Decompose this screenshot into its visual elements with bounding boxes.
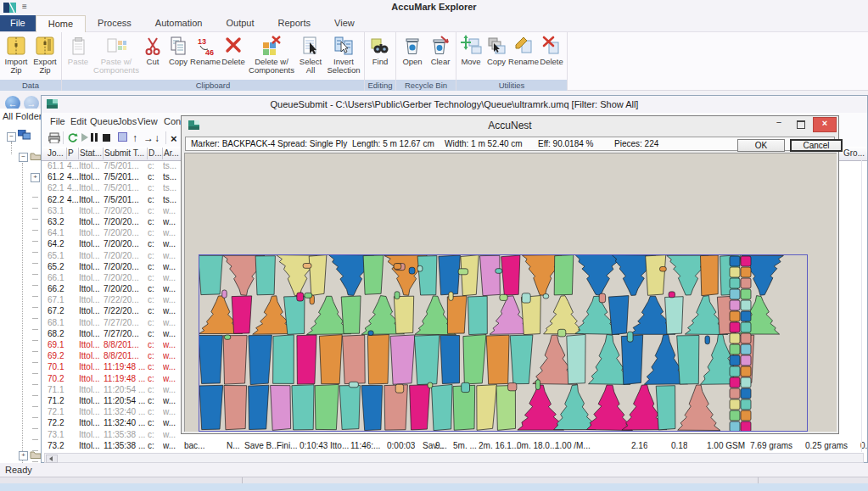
cell-job: 67.2 [48,305,68,316]
find-button[interactable]: Find [367,33,394,80]
cell-submit: 11:20:54 ... [104,384,147,395]
cell-job: 68.1 [48,317,68,328]
invert-selection-button[interactable]: Invert Selection [325,33,362,80]
export-zip-button[interactable]: Export Zip [31,33,59,80]
queue-hscrollbar[interactable] [44,453,864,463]
menu-jobs[interactable]: Jobs [117,116,137,126]
width-info: Width: 1 m 52.40 cm [445,139,523,148]
cut-button[interactable]: Cut [140,33,165,80]
cell-p: 4... [67,171,79,182]
cell-d: c: [148,406,162,417]
find-binoculars-icon [369,34,391,58]
cell-d: c: [148,194,162,205]
menu-queue[interactable]: Queue [90,116,118,126]
util-move-button[interactable]: Move [458,33,484,80]
status-text: Ready [5,465,32,475]
col-job[interactable]: Jo... [45,148,67,159]
util-delete-button[interactable]: Delete [538,33,565,80]
menu-view[interactable]: View [137,116,158,126]
refresh-icon[interactable] [67,132,78,146]
cell-job: 65.2 [48,261,68,272]
status-bar: Ready [0,463,868,477]
accunest-titlebar[interactable]: AccuNest − × [182,116,838,135]
tab-reports[interactable]: Reports [266,15,323,31]
tab-home[interactable]: Home [36,15,86,32]
hscroll-left-arrow[interactable] [46,455,58,463]
move-up-icon[interactable]: ↑ [132,132,137,144]
tree-expand-root[interactable]: − [7,132,16,142]
taskbar-strip [0,483,868,491]
menu-edit[interactable]: Edit [70,116,87,126]
cell-job: 68.2 [48,328,68,339]
table-row[interactable]: 73.2Ittol...11:35:38 ...c:w...bac...N...… [42,440,867,451]
delete-with-components-button[interactable]: Delete w/ Components [247,33,296,80]
cell-job: 71.2 [48,395,68,406]
delete-button[interactable]: Delete [220,33,247,80]
cancel-button[interactable]: Cancel [790,139,843,152]
tab-process[interactable]: Process [86,15,143,31]
nest-canvas-area [184,153,837,432]
print-icon[interactable] [48,132,60,146]
cell-job: 72.2 [48,417,68,428]
summary-cell: 5m. ... [453,440,477,451]
close-button[interactable]: × [813,117,837,132]
cell-ar: w... [163,440,186,451]
util-copy-button[interactable]: Copy [484,33,509,80]
tab-view[interactable]: View [322,15,367,31]
cell-job: 61.1 [48,160,68,171]
col-group[interactable]: Gro... [841,148,868,159]
cell-job: 64.2 [48,238,68,249]
menu-file[interactable]: File [50,116,65,126]
tree-expand-subfolder[interactable]: + [31,173,40,182]
util-rename-button[interactable]: Rename [509,33,538,80]
cell-job: 64.1 [48,227,68,238]
tree-expand-folder[interactable]: − [19,153,28,162]
recycle-clear-button[interactable]: Clear [427,33,454,80]
move-right-icon[interactable]: → [143,132,154,144]
cell-job: 61.2 [48,171,68,182]
queue-window-icon[interactable] [118,132,127,144]
length-info: Length: 5 m 12.67 cm [352,139,434,148]
col-submit-time[interactable]: Submit T... [102,148,148,159]
tab-output[interactable]: Output [214,15,266,31]
folder-icon [30,449,42,459]
maximize-button[interactable] [791,117,811,132]
accunest-title: AccuNest [182,120,838,131]
import-zip-button[interactable]: Import Zip [2,33,31,80]
ribbon-group-data: Import Zip Export Zip Data [0,32,62,90]
run-icon[interactable] [81,132,88,144]
cut-scissors-icon [143,34,163,58]
remove-job-icon[interactable]: × [171,132,177,145]
tab-file[interactable]: File [0,15,36,31]
cell-submit: 7/20/20... [104,283,147,294]
pause-icon[interactable] [91,132,98,144]
ok-button[interactable]: OK [737,139,785,152]
cell-job: 70.2 [48,373,68,384]
recycle-open-button[interactable]: Open [398,33,427,80]
cell-d: c: [148,205,162,216]
cell-d: c: [148,429,162,440]
rename-button[interactable]: 1346 Rename [191,33,220,80]
tab-automation[interactable]: Automation [143,15,215,31]
col-status[interactable]: Stat... [77,148,104,159]
stop-icon[interactable] [103,132,110,144]
select-all-button[interactable]: Select All [296,33,325,80]
cell-job: 62.2 [48,194,68,205]
group-label-editing: Editing [365,80,395,91]
copy-button[interactable]: Copy [165,33,191,80]
cell-submit: 7/5/201... [104,194,147,205]
cell-p: 4... [67,160,79,171]
queuesubmit-titlebar[interactable]: QueueSubmit - C:\Users\Public\Gerber Tec… [42,96,867,114]
cell-job: 73.1 [48,429,68,440]
cell-submit: 11:32:40 ... [104,417,147,428]
cell-status: Ittol... [79,205,104,216]
tree-expand-folder-2[interactable]: + [19,451,28,460]
cell-submit: 11:35:38 ... [104,429,147,440]
col-d[interactable]: D... [146,148,163,159]
cell-status: Ittol... [79,361,104,372]
cell-status: Ittol... [79,283,104,294]
cell-p: 4... [67,182,79,193]
group-label-clipboard: Clipboard [62,80,364,91]
move-down-icon[interactable]: ↓ [154,132,160,144]
minimize-button[interactable]: − [769,117,789,132]
